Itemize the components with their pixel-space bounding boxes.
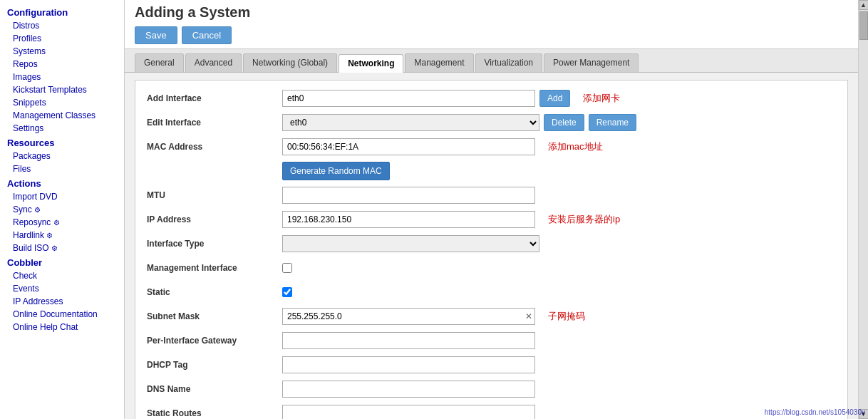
sidebar-item-files[interactable]: Files <box>0 162 124 175</box>
generate-mac-button[interactable]: Generate Random MAC <box>282 162 390 180</box>
static-controls <box>282 287 836 297</box>
static-checkbox[interactable] <box>282 287 292 297</box>
watermark: https://blog.csdn.net/s1054030v <box>765 408 865 416</box>
static-row: Static <box>147 283 836 301</box>
dhcp-tag-input[interactable] <box>282 356 535 373</box>
add-interface-row: Add Interface Add 添加网卡 <box>147 89 836 108</box>
add-interface-controls: Add 添加网卡 <box>282 90 836 107</box>
mac-address-label: MAC Address <box>147 142 282 152</box>
subnet-mask-controls: ✕ 子网掩码 <box>282 308 836 325</box>
sidebar-item-repos[interactable]: Repos <box>0 58 124 71</box>
add-interface-button[interactable]: Add <box>539 90 570 107</box>
sidebar-item-events[interactable]: Events <box>0 282 124 295</box>
sidebar-item-snippets[interactable]: Snippets <box>0 96 124 109</box>
edit-interface-row: Edit Interface eth0 Delete Rename <box>147 113 836 132</box>
main-content: Adding a System Save Cancel General Adva… <box>125 0 858 419</box>
tab-networking[interactable]: Networking <box>339 54 403 73</box>
tab-management[interactable]: Management <box>405 53 473 72</box>
static-routes-label: Static Routes <box>147 408 282 418</box>
sidebar-item-systems[interactable]: Systems <box>0 45 124 58</box>
dns-name-controls <box>282 381 836 398</box>
interface-type-select[interactable] <box>282 235 539 252</box>
edit-interface-controls: eth0 Delete Rename <box>282 114 836 131</box>
save-button[interactable]: Save <box>135 26 177 44</box>
sidebar-item-settings[interactable]: Settings <box>0 122 124 135</box>
subnet-input-wrapper: ✕ <box>282 308 535 325</box>
sync-gear-icon: ⚙ <box>34 206 41 214</box>
dhcp-tag-row: DHCP Tag <box>147 356 836 374</box>
per-interface-gateway-controls <box>282 332 836 349</box>
dns-name-label: DNS Name <box>147 384 282 394</box>
tab-advanced[interactable]: Advanced <box>185 53 242 72</box>
add-interface-label: Add Interface <box>147 93 282 103</box>
ip-address-row: IP Address 安装后服务器的ip <box>147 210 836 229</box>
sidebar-item-sync[interactable]: Sync ⚙ <box>0 203 124 216</box>
static-routes-input[interactable] <box>282 405 535 419</box>
management-interface-checkbox[interactable] <box>282 263 292 273</box>
dns-name-row: DNS Name <box>147 380 836 398</box>
sidebar-item-hardlink[interactable]: Hardlink ⚙ <box>0 229 124 242</box>
scroll-thumb[interactable] <box>859 11 868 40</box>
sidebar-item-ip-addresses[interactable]: IP Addresses <box>0 295 124 308</box>
hardlink-gear-icon: ⚙ <box>46 232 53 239</box>
dns-name-input[interactable] <box>282 381 535 398</box>
mtu-input[interactable] <box>282 187 535 204</box>
add-interface-input[interactable] <box>282 90 535 107</box>
management-interface-row: Management Interface <box>147 259 836 277</box>
tab-virtualization[interactable]: Virtualization <box>475 53 542 72</box>
sidebar-item-management-classes[interactable]: Management Classes <box>0 109 124 122</box>
ip-annotation: 安装后服务器的ip <box>548 213 620 226</box>
action-buttons: Save Cancel <box>135 26 848 44</box>
actions-section-title: Actions <box>0 175 124 190</box>
tabs-bar: General Advanced Networking (Global) Net… <box>125 49 858 73</box>
add-interface-annotation: 添加网卡 <box>583 92 620 105</box>
sidebar-item-online-help-chat[interactable]: Online Help Chat <box>0 321 124 333</box>
mac-address-input[interactable] <box>282 138 535 155</box>
dhcp-tag-label: DHCP Tag <box>147 360 282 370</box>
management-interface-label: Management Interface <box>147 263 282 273</box>
subnet-clear-icon[interactable]: ✕ <box>525 311 532 321</box>
config-section-title: Configuration <box>0 4 124 19</box>
resources-section-title: Resources <box>0 135 124 150</box>
sidebar-item-reposync[interactable]: Reposync ⚙ <box>0 216 124 229</box>
sidebar-item-import-dvd[interactable]: Import DVD <box>0 190 124 203</box>
sidebar-item-build-iso[interactable]: Build ISO ⚙ <box>0 242 124 254</box>
sidebar: Configuration Distros Profiles Systems R… <box>0 0 125 419</box>
subnet-mask-input[interactable] <box>282 308 535 325</box>
reposync-gear-icon: ⚙ <box>53 219 60 227</box>
mtu-controls <box>282 187 836 204</box>
subnet-mask-row: Subnet Mask ✕ 子网掩码 <box>147 307 836 326</box>
ip-address-label: IP Address <box>147 214 282 224</box>
rename-interface-button[interactable]: Rename <box>589 114 636 131</box>
scroll-up-arrow[interactable]: ▲ <box>859 0 869 10</box>
dhcp-tag-controls <box>282 356 836 373</box>
sidebar-item-online-documentation[interactable]: Online Documentation <box>0 308 124 321</box>
sidebar-item-distros[interactable]: Distros <box>0 19 124 32</box>
right-scrollbar: ▲ ▼ <box>858 0 868 419</box>
per-interface-gateway-row: Per-Interface Gateway <box>147 331 836 350</box>
sidebar-item-images[interactable]: Images <box>0 71 124 83</box>
sidebar-item-kickstart-templates[interactable]: Kickstart Templates <box>0 83 124 96</box>
edit-interface-label: Edit Interface <box>147 118 282 128</box>
networking-form: Add Interface Add 添加网卡 Edit Interface et… <box>135 80 848 419</box>
tab-networking-global[interactable]: Networking (Global) <box>243 53 337 72</box>
ip-address-input[interactable] <box>282 211 535 228</box>
sidebar-item-packages[interactable]: Packages <box>0 150 124 162</box>
static-routes-row: Static Routes <box>147 404 836 419</box>
tab-power-management[interactable]: Power Management <box>544 53 639 72</box>
tab-general[interactable]: General <box>135 53 184 72</box>
mac-annotation: 添加mac地址 <box>548 140 603 153</box>
edit-interface-select[interactable]: eth0 <box>282 114 539 131</box>
sidebar-item-check[interactable]: Check <box>0 269 124 282</box>
interface-type-controls <box>282 235 836 252</box>
delete-interface-button[interactable]: Delete <box>544 114 584 131</box>
sidebar-item-profiles[interactable]: Profiles <box>0 32 124 45</box>
page-title: Adding a System <box>135 4 848 21</box>
interface-type-row: Interface Type <box>147 234 836 253</box>
per-interface-gateway-input[interactable] <box>282 332 535 349</box>
static-label: Static <box>147 287 282 297</box>
cancel-button[interactable]: Cancel <box>182 26 232 44</box>
mac-address-row: MAC Address 添加mac地址 <box>147 138 836 156</box>
ip-address-controls: 安装后服务器的ip <box>282 211 836 228</box>
interface-type-label: Interface Type <box>147 239 282 249</box>
